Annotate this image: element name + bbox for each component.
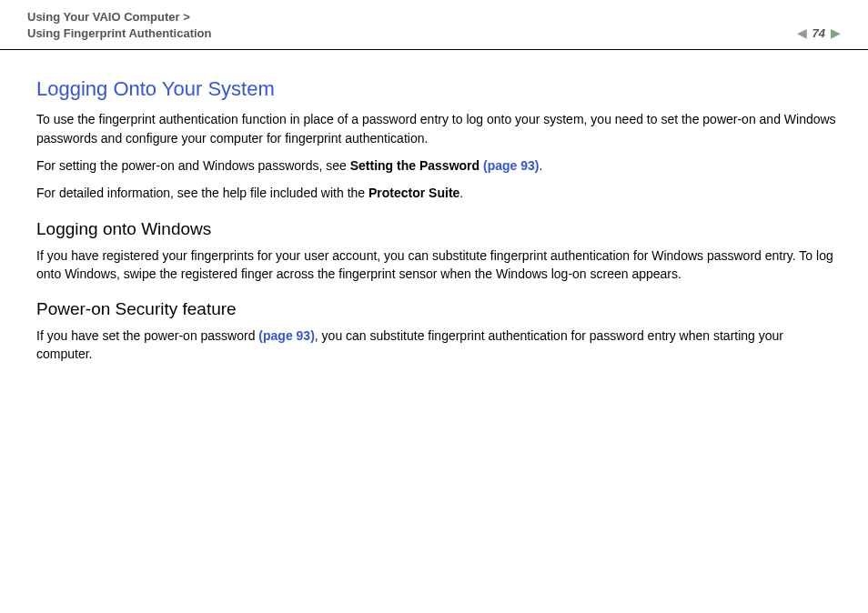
page-content: Logging Onto Your System To use the fing…	[0, 50, 868, 363]
paragraph-protector-suite: For detailed information, see the help f…	[36, 184, 841, 202]
text: .	[539, 158, 542, 173]
text: For setting the power-on and Windows pas…	[36, 158, 350, 173]
bold-text: Protector Suite	[368, 186, 459, 200]
subheading-poweron-security: Power-on Security feature	[36, 299, 841, 319]
paragraph-intro: To use the fingerprint authentication fu…	[36, 110, 841, 147]
paragraph-poweron-security: If you have set the power-on password (p…	[36, 327, 841, 364]
paragraph-logging-windows: If you have registered your fingerprints…	[36, 246, 841, 284]
text: .	[459, 186, 463, 200]
breadcrumb: Using Your VAIO Computer > Using Fingerp…	[27, 9, 211, 42]
pager: ◀ 74 ▶	[797, 25, 841, 42]
page-title: Logging Onto Your System	[36, 77, 841, 101]
subheading-logging-windows: Logging onto Windows	[36, 219, 841, 239]
text: For detailed information, see the help f…	[36, 186, 368, 200]
page-93-link[interactable]: (page 93)	[483, 158, 539, 173]
prev-page-icon[interactable]: ◀	[797, 25, 807, 40]
breadcrumb-line2: Using Fingerprint Authentication	[27, 25, 211, 42]
bold-text: Setting the Password	[350, 158, 483, 173]
breadcrumb-line1: Using Your VAIO Computer >	[27, 9, 211, 25]
page-93-link-2[interactable]: (page 93)	[258, 328, 314, 343]
text: If you have set the power-on password	[36, 328, 258, 343]
paragraph-setting-password: For setting the power-on and Windows pas…	[36, 156, 841, 175]
next-page-icon[interactable]: ▶	[831, 25, 841, 40]
page-number: 74	[812, 26, 825, 40]
page-header: Using Your VAIO Computer > Using Fingerp…	[0, 0, 868, 50]
